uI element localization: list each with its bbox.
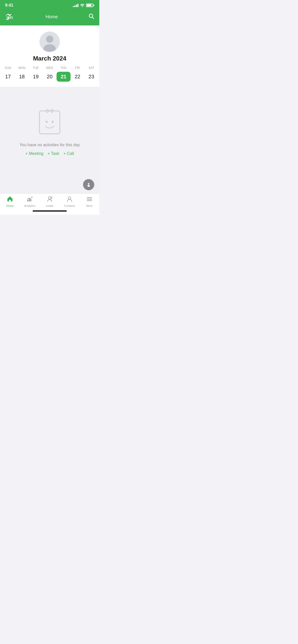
calendar-day-17[interactable]: 17 [1,72,15,82]
tab-leads-label: Leads [46,204,53,207]
activities-section: You have no activities for this day + Me… [0,87,99,178]
calendar-week: 17 18 19 20 21 22 23 [0,71,99,83]
day-header-thu: THU [57,65,71,71]
more-icon [86,196,93,203]
quick-actions: + Meeting + Task + Call [25,151,74,156]
nav-bar: 𝒵 io Home [0,10,99,25]
no-activities-label: You have no activities for this day [20,143,80,147]
calendar-day-20[interactable]: 20 [43,72,57,82]
day-header-mon: MON [15,65,29,71]
search-button[interactable] [88,13,94,21]
tab-contacts-label: Contacts [64,204,75,207]
day-header-tue: TUE [29,65,43,71]
analytics-icon [26,196,33,203]
status-icons [73,4,94,7]
tab-bar: Home Analytics L [0,193,99,208]
add-meeting-button[interactable]: + Meeting [25,151,44,156]
signal-icon [73,4,78,7]
add-task-button[interactable]: + Task [47,151,59,156]
svg-rect-17 [30,199,31,201]
home-icon [7,196,13,203]
svg-point-14 [87,185,90,187]
svg-text:io: io [10,15,13,20]
fab-button[interactable] [83,179,94,190]
calendar-day-headers: SUN MON TUE WED THU FRI SAT [0,65,99,71]
day-header-fri: FRI [71,65,85,71]
status-time: 9:41 [5,3,13,8]
leads-icon [46,196,53,203]
home-bar [33,210,67,212]
svg-point-5 [46,36,53,43]
month-year-label: March 2024 [0,55,99,65]
fab-area [0,178,99,193]
svg-point-13 [88,183,89,185]
battery-icon [86,4,94,7]
calendar-day-19[interactable]: 19 [29,72,43,82]
status-bar: 9:41 [0,0,99,10]
svg-rect-16 [29,198,30,201]
avatar-section [0,25,99,55]
main-content: March 2024 SUN MON TUE WED THU FRI SAT 1… [0,25,99,193]
tab-contacts[interactable]: Contacts [60,196,79,207]
calendar: SUN MON TUE WED THU FRI SAT 17 18 19 20 … [0,65,99,87]
tab-analytics-label: Analytics [24,204,35,207]
calendar-day-18[interactable]: 18 [15,72,29,82]
svg-point-21 [68,197,71,199]
tab-home-label: Home [6,204,13,207]
wifi-icon [80,4,85,7]
add-call-button[interactable]: + Call [63,151,74,156]
contacts-icon [66,196,73,203]
page-title: Home [46,14,58,20]
svg-line-3 [92,17,94,19]
calendar-day-21[interactable]: 21 [57,72,71,82]
tab-more-label: More [86,204,92,207]
tab-home[interactable]: Home [0,196,20,207]
app-logo: 𝒵 io [5,12,15,21]
day-header-wed: WED [43,65,57,71]
calendar-day-23[interactable]: 23 [84,72,98,82]
svg-point-10 [46,121,48,123]
avatar-icon [39,32,60,52]
tab-leads[interactable]: Leads [40,196,60,207]
calendar-day-22[interactable]: 22 [71,72,85,82]
day-header-sun: SUN [1,65,15,71]
empty-state-icon [36,107,64,138]
day-header-sat: SAT [84,65,98,71]
svg-point-18 [32,197,33,198]
tab-more[interactable]: More [79,196,99,207]
home-indicator [0,208,99,215]
svg-point-11 [52,121,54,123]
svg-rect-7 [39,111,60,134]
tab-analytics[interactable]: Analytics [20,196,40,207]
avatar [39,32,60,52]
svg-rect-15 [27,200,28,201]
